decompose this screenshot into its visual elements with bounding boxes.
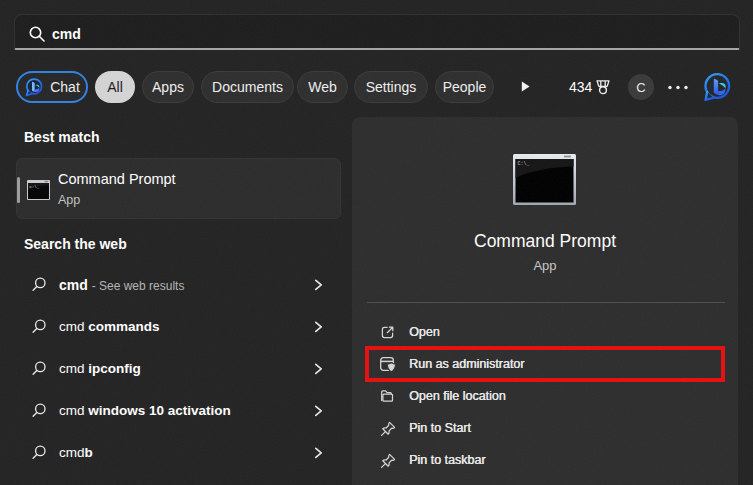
svg-text:C:\_: C:\_ <box>518 161 531 167</box>
svg-text:C:\_: C:\_ <box>29 185 40 189</box>
